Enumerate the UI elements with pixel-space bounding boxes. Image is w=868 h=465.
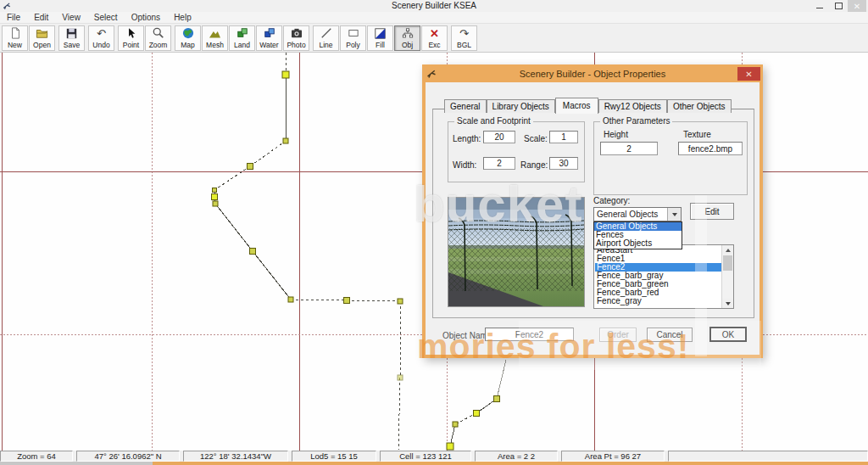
map-button[interactable]: Map <box>175 25 201 51</box>
status-area-pt: Area Pt = 96 27 <box>561 451 665 462</box>
fence-polyline-node[interactable] <box>344 298 350 304</box>
new-button[interactable]: New <box>2 25 28 51</box>
maximize-button[interactable] <box>829 0 848 12</box>
open-button[interactable]: Open <box>29 25 55 51</box>
fence-polyline-node[interactable] <box>494 396 500 402</box>
dialog-titlebar: Scenery Builder - Object Properties <box>422 64 763 82</box>
bgl-button[interactable]: ↷ BGL <box>451 25 477 51</box>
close-window-button[interactable]: ✕ <box>848 0 866 12</box>
category-label: Category: <box>593 196 630 205</box>
dialog-close-button[interactable]: ✕ <box>737 67 760 81</box>
list-item[interactable]: Fence_gray <box>595 297 721 305</box>
fence-polyline-segment <box>291 300 347 300</box>
fence-polyline-node[interactable] <box>474 411 480 417</box>
zoom-button[interactable]: Zoom <box>145 25 171 51</box>
status-zoom: Zoom = 64 <box>0 451 73 462</box>
fence-polyline-segment <box>214 166 250 190</box>
menu-select[interactable]: Select <box>87 13 125 22</box>
tab-general[interactable]: General <box>444 99 487 113</box>
texture-input[interactable]: fence2.bmp <box>678 142 743 155</box>
new-document-icon <box>9 27 21 40</box>
cancel-button[interactable]: Cancel <box>647 328 693 342</box>
category-dropdown-button[interactable] <box>667 208 681 221</box>
minimize-button[interactable] <box>810 0 829 12</box>
point-button[interactable]: Point <box>118 25 144 51</box>
globe-icon <box>182 27 194 40</box>
scroll-down-button[interactable] <box>722 299 733 308</box>
polygon-icon <box>348 27 359 40</box>
length-label: Length: <box>453 134 481 143</box>
undo-button[interactable]: ↶ Undo <box>88 25 114 51</box>
water-button[interactable]: Water <box>256 25 282 51</box>
tab-other-objects[interactable]: Other Objects <box>667 99 732 113</box>
undo-arrow-icon: ↶ <box>97 27 106 40</box>
photo-button[interactable]: Photo <box>283 25 309 51</box>
fence-polyline-node[interactable] <box>283 138 288 143</box>
scroll-up-button[interactable] <box>722 245 733 255</box>
menu-view[interactable]: View <box>55 13 87 22</box>
menu-file[interactable]: File <box>0 13 27 22</box>
tab-library-objects[interactable]: Library Objects <box>487 99 555 113</box>
object-name-input[interactable]: Fence2 <box>485 328 574 341</box>
scroll-down-icon <box>726 302 731 305</box>
menu-help[interactable]: Help <box>167 13 198 22</box>
scale-input[interactable]: 1 <box>549 131 578 143</box>
fence-polyline-node[interactable] <box>213 188 217 193</box>
scale-footprint-legend: Scale and Footprint <box>454 116 533 126</box>
mesh-button[interactable]: Mesh <box>202 25 228 51</box>
fill-button[interactable]: Fill <box>367 25 393 51</box>
height-input[interactable]: 2 <box>600 142 658 155</box>
menu-options[interactable]: Options <box>125 13 167 22</box>
fence-polyline-node[interactable] <box>248 164 253 170</box>
fence-polyline-node[interactable] <box>288 297 293 302</box>
poly-button[interactable]: Poly <box>340 25 366 51</box>
status-area: Area = 2 2 <box>475 451 558 462</box>
range-input[interactable]: 30 <box>549 157 578 170</box>
menu-edit[interactable]: Edit <box>27 13 55 22</box>
dialog-tabs: General Library Objects Macros Rwy12 Obj… <box>444 97 732 113</box>
fill-square-icon <box>375 27 386 40</box>
length-input[interactable]: 20 <box>483 131 515 143</box>
toolbar: New Open Save ↶ Undo Point Zoom Map Mesh <box>0 24 868 53</box>
window-titlebar: Scenery Builder KSEA <box>0 0 868 12</box>
dialog-close-icon: ✕ <box>745 70 752 79</box>
category-value: General Objects <box>594 210 667 219</box>
fence-polyline-node[interactable] <box>398 299 403 304</box>
save-button[interactable]: Save <box>58 25 85 51</box>
fence-polyline-node[interactable] <box>213 201 218 206</box>
exc-button[interactable]: ✕ Exc <box>421 25 448 51</box>
fence-polyline-node[interactable] <box>447 443 453 450</box>
fence-polyline-node[interactable] <box>398 375 403 380</box>
obj-button[interactable]: Obj <box>394 25 420 51</box>
fence-polyline-node[interactable] <box>453 422 458 427</box>
scroll-thumb[interactable] <box>723 255 732 271</box>
tab-macros[interactable]: Macros <box>555 98 598 114</box>
status-latitude: 47° 26' 16.0962" N <box>76 451 180 462</box>
fence-polyline-segment <box>347 300 400 301</box>
fence-polyline-node[interactable] <box>282 71 289 78</box>
object-preview-image <box>448 197 585 307</box>
range-label: Range: <box>520 160 548 170</box>
status-bar: Zoom = 64 47° 26' 16.0962" N 122° 18' 32… <box>0 451 868 462</box>
height-label: Height <box>604 130 628 139</box>
mountain-icon <box>209 27 221 40</box>
list-scrollbar[interactable] <box>721 245 733 308</box>
width-input[interactable]: 2 <box>483 157 515 170</box>
land-button[interactable]: Land <box>229 25 255 51</box>
category-combobox[interactable]: General Objects <box>593 207 682 221</box>
exclude-x-icon: ✕ <box>430 27 439 40</box>
fence-polyline-node[interactable] <box>250 249 256 255</box>
window-controls: ✕ <box>810 0 866 12</box>
camera-icon <box>291 27 303 40</box>
tab-rwy12-objects[interactable]: Rwy12 Objects <box>598 99 667 113</box>
order-button: Order <box>599 328 637 342</box>
land-squares-icon <box>236 27 248 40</box>
fence-polyline-segment <box>253 251 291 300</box>
edit-button[interactable]: Edit <box>690 203 734 220</box>
line-button[interactable]: Line <box>313 25 339 51</box>
water-squares-icon <box>264 27 275 40</box>
ok-button[interactable]: OK <box>709 327 747 342</box>
fence-polyline-node[interactable] <box>212 194 218 200</box>
dropdown-option[interactable]: Airport Objects <box>594 239 682 248</box>
macro-listbox[interactable]: AreaStart Fence1 Fence2 Fence_barb_gray … <box>593 244 734 309</box>
